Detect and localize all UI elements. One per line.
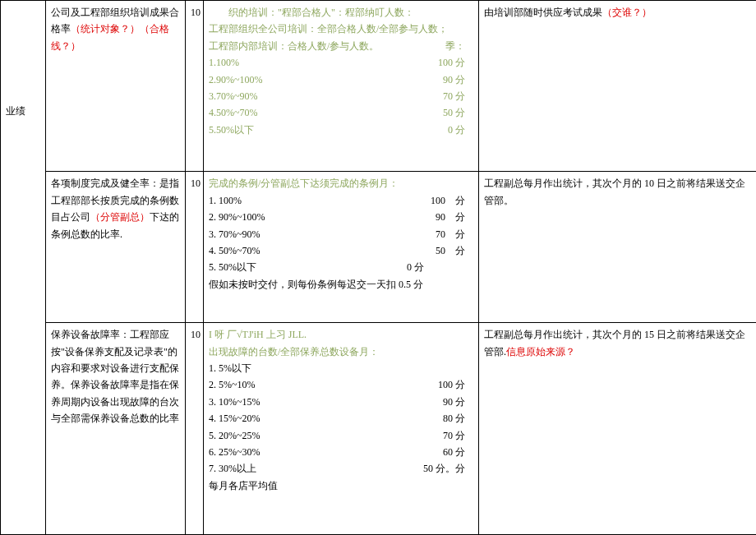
desc-text: 保养设备故障率：工程部应按"设备保养支配及记录表"的内容和要求对设备进行支配保养… bbox=[51, 329, 179, 424]
score-entry: 7. 30%以上50 分。分 bbox=[209, 460, 473, 477]
score-entry: 3.70%~90%70 分 bbox=[209, 88, 473, 104]
score-entry: 1. 5%以下 bbox=[209, 360, 473, 376]
score-entry: 5. 50%以下0 分 bbox=[209, 259, 473, 275]
score-entry: 4.50%~70%50 分 bbox=[209, 104, 473, 121]
source-text: 由培训部随时供应考试成果 bbox=[484, 7, 602, 18]
criteria-header: 出现故障的台数/全部保养总数设备月： bbox=[209, 344, 473, 360]
source-cell: 由培训部随时供应考试成果（交谁？） bbox=[479, 1, 757, 172]
score-entry: 3. 70%~90%70 分 bbox=[209, 226, 473, 242]
source-cell: 工程副总每月作出统计，其次个月的 15 日之前将结果送交企管部.信息原始来源？ bbox=[479, 323, 757, 535]
score-entry: 5. 20%~25%70 分 bbox=[209, 427, 473, 444]
criteria-cell: I 呀 厂√TJ'iH 上习 JLL. 出现故障的台数/全部保养总数设备月： 1… bbox=[204, 323, 479, 535]
score-entry: 3. 10%~15%90 分 bbox=[209, 394, 473, 410]
score-entry: 4. 15%~20%80 分 bbox=[209, 410, 473, 427]
kpi-table: 业绩 公司及工程部组织培训成果合格率（统计对象？）（合格线？） 10 织的培训：… bbox=[0, 0, 756, 535]
source-cell: 工程副总每月作出统计，其次个月的 10 日之前将结果送交企管部。 bbox=[479, 172, 757, 323]
source-note: 信息原始来源？ bbox=[506, 346, 575, 357]
description-cell: 公司及工程部组织培训成果合格率（统计对象？）（合格线？） bbox=[46, 1, 186, 172]
score-entry: 6. 25%~30%60 分 bbox=[209, 444, 473, 460]
desc-note: （分管副总） bbox=[90, 211, 150, 223]
table-row: 保养设备故障率：工程部应按"设备保养支配及记录表"的内容和要求对设备进行支配保养… bbox=[1, 323, 757, 535]
penalty-text: 假如未按时交付，则每份条例每迟交一天扣 0.5 分 bbox=[209, 276, 473, 293]
weight-cell: 10 bbox=[186, 1, 204, 172]
score-entry: 2.90%~100%90 分 bbox=[209, 71, 473, 88]
criteria-header: I 呀 厂√TJ'iH 上习 JLL. bbox=[209, 326, 473, 343]
category-cell: 业绩 bbox=[1, 1, 46, 535]
criteria-header: 织的培训："程部合格人"：程部纳叮人数： bbox=[209, 4, 473, 21]
criteria-footer: 每月各店平均值 bbox=[209, 477, 473, 494]
criteria-header: 完成的条例/分管副总下达须完成的条例月： bbox=[209, 175, 473, 191]
table-row: 业绩 公司及工程部组织培训成果合格率（统计对象？）（合格线？） 10 织的培训：… bbox=[1, 1, 757, 172]
criteria-line: 工程部组织全公司培训：全部合格人数/全部参与人数； bbox=[209, 21, 473, 37]
score-entry: 1.100%100 分 bbox=[209, 54, 473, 71]
criteria-cell: 织的培训："程部合格人"：程部纳叮人数： 工程部组织全公司培训：全部合格人数/全… bbox=[204, 1, 479, 172]
source-note: （交谁？） bbox=[602, 7, 652, 18]
category-label: 业绩 bbox=[6, 103, 25, 119]
description-cell: 保养设备故障率：工程部应按"设备保养支配及记录表"的内容和要求对设备进行支配保养… bbox=[46, 323, 186, 535]
weight-cell: 10 bbox=[186, 323, 204, 535]
score-entry: 2. 5%~10%100 分 bbox=[209, 376, 473, 393]
description-cell: 各项制度完成及健全率：是指工程部部长按质完成的条例数目占公司（分管副总）下达的条… bbox=[46, 172, 186, 323]
score-entry: 5.50%以下0 分 bbox=[209, 122, 473, 138]
score-entry: 4. 50%~70%50 分 bbox=[209, 242, 473, 259]
weight-cell: 10 bbox=[186, 172, 204, 323]
document-page: 业绩 公司及工程部组织培训成果合格率（统计对象？）（合格线？） 10 织的培训：… bbox=[0, 0, 756, 535]
score-entry: 1. 100%100 分 bbox=[209, 192, 473, 209]
criteria-line: 工程部内部培训：合格人数/参与人数。 季： bbox=[209, 38, 473, 54]
source-text: 工程副总每月作出统计，其次个月的 10 日之前将结果送交企管部。 bbox=[484, 178, 745, 205]
criteria-cell: 完成的条例/分管副总下达须完成的条例月： 1. 100%100 分 2. 90%… bbox=[204, 172, 479, 323]
table-row: 各项制度完成及健全率：是指工程部部长按质完成的条例数目占公司（分管副总）下达的条… bbox=[1, 172, 757, 323]
score-entry: 2. 90%~100%90 分 bbox=[209, 209, 473, 225]
